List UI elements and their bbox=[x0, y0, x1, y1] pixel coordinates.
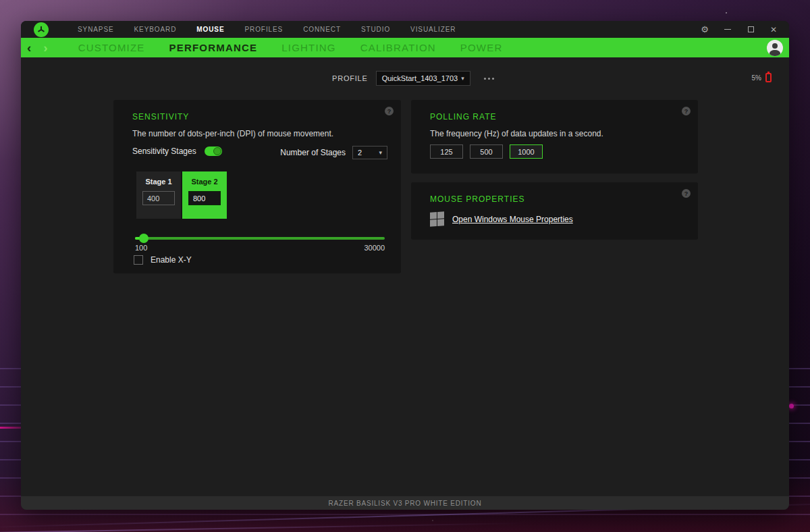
slider-max-label: 30000 bbox=[364, 244, 385, 252]
avatar-head bbox=[772, 43, 778, 49]
profile-label: PROFILE bbox=[332, 74, 368, 82]
stage-1-label: Stage 1 bbox=[145, 178, 171, 186]
wallpaper-star bbox=[726, 12, 727, 14]
profile-more-icon[interactable] bbox=[481, 75, 497, 82]
profile-dropdown[interactable]: QuickStart_1403_1703 ▾ bbox=[376, 71, 470, 86]
number-of-stages-value: 2 bbox=[358, 149, 376, 157]
help-icon[interactable]: ? bbox=[682, 189, 691, 198]
profile-bar: PROFILE QuickStart_1403_1703 ▾ 5% bbox=[21, 71, 789, 87]
tab-visualizer[interactable]: VISUALIZER bbox=[400, 21, 466, 38]
stage-1-card[interactable]: Stage 1 400 bbox=[136, 171, 181, 219]
help-icon[interactable]: ? bbox=[385, 107, 394, 115]
slider-min-label: 100 bbox=[135, 244, 147, 252]
app-tab-bar: SYNAPSE KEYBOARD MOUSE PROFILES CONNECT … bbox=[68, 21, 466, 38]
settings-gear-icon[interactable]: ⚙ bbox=[693, 21, 716, 38]
enable-xy-label: Enable X-Y bbox=[151, 255, 192, 265]
nav-back-icon[interactable]: ‹ bbox=[21, 38, 37, 57]
enable-xy-row: Enable X-Y bbox=[134, 255, 192, 265]
device-name: RAZER BASILISK V3 PRO WHITE EDITION bbox=[329, 500, 482, 507]
close-icon[interactable]: ✕ bbox=[762, 21, 785, 38]
sensitivity-title: SENSITIVITY bbox=[132, 112, 189, 122]
minimize-icon[interactable] bbox=[716, 21, 739, 38]
profile-dropdown-value: QuickStart_1403_1703 bbox=[382, 74, 458, 82]
toggle-knob bbox=[213, 147, 221, 155]
mouse-properties-title: MOUSE PROPERTIES bbox=[430, 194, 524, 204]
wallpaper-star bbox=[432, 520, 433, 521]
tab-studio[interactable]: STUDIO bbox=[351, 21, 400, 38]
stage-2-dpi-input[interactable]: 800 bbox=[188, 191, 221, 205]
mouse-properties-row: Open Windows Mouse Properties bbox=[430, 212, 573, 226]
subnav-items: CUSTOMIZE PERFORMANCE LIGHTING CALIBRATI… bbox=[66, 38, 515, 57]
window-controls: ⚙ ✕ bbox=[693, 21, 785, 38]
enable-xy-checkbox[interactable] bbox=[134, 255, 143, 265]
sub-nav-bar: ‹ › CUSTOMIZE PERFORMANCE LIGHTING CALIB… bbox=[21, 38, 789, 57]
stage-2-card[interactable]: Stage 2 800 bbox=[182, 171, 227, 219]
polling-rate-panel: ? POLLING RATE The frequency (Hz) of dat… bbox=[411, 100, 698, 174]
number-of-stages-row: Number of Stages 2 ▾ bbox=[280, 146, 387, 159]
device-bar: RAZER BASILISK V3 PRO WHITE EDITION bbox=[21, 496, 789, 510]
windows-logo-icon bbox=[430, 211, 444, 226]
subnav-power[interactable]: POWER bbox=[448, 38, 515, 57]
user-avatar[interactable] bbox=[767, 40, 783, 56]
polling-1000-button[interactable]: 1000 bbox=[510, 144, 543, 159]
title-bar: SYNAPSE KEYBOARD MOUSE PROFILES CONNECT … bbox=[21, 21, 789, 38]
main-content: PROFILE QuickStart_1403_1703 ▾ 5% ? SENS… bbox=[21, 57, 789, 496]
tab-profiles[interactable]: PROFILES bbox=[235, 21, 294, 38]
sensitivity-stages-toggle[interactable] bbox=[205, 147, 222, 156]
razer-logo-icon[interactable] bbox=[34, 22, 49, 37]
polling-rate-title: POLLING RATE bbox=[430, 112, 496, 122]
synapse-window: SYNAPSE KEYBOARD MOUSE PROFILES CONNECT … bbox=[21, 21, 789, 510]
avatar-body bbox=[770, 50, 780, 56]
profile-group: PROFILE QuickStart_1403_1703 ▾ bbox=[332, 71, 497, 86]
battery-low-icon bbox=[765, 73, 772, 82]
subnav-lighting[interactable]: LIGHTING bbox=[269, 38, 348, 57]
dpi-slider[interactable] bbox=[135, 234, 385, 243]
battery-indicator: 5% bbox=[752, 73, 772, 82]
tab-keyboard[interactable]: KEYBOARD bbox=[124, 21, 187, 38]
maximize-icon[interactable] bbox=[739, 21, 762, 38]
polling-125-button[interactable]: 125 bbox=[430, 144, 463, 159]
tab-synapse[interactable]: SYNAPSE bbox=[68, 21, 124, 38]
slider-knob[interactable] bbox=[139, 234, 148, 243]
polling-500-button[interactable]: 500 bbox=[470, 144, 503, 159]
sensitivity-description: The number of dots-per-inch (DPI) of mou… bbox=[132, 129, 333, 138]
slider-track[interactable] bbox=[135, 237, 385, 240]
chevron-down-icon: ▾ bbox=[461, 75, 464, 82]
number-of-stages-dropdown[interactable]: 2 ▾ bbox=[352, 146, 387, 159]
open-mouse-properties-link[interactable]: Open Windows Mouse Properties bbox=[452, 215, 573, 224]
subnav-customize[interactable]: CUSTOMIZE bbox=[66, 38, 157, 57]
sensitivity-stages-row: Sensitivity Stages bbox=[132, 147, 222, 156]
subnav-performance[interactable]: PERFORMANCE bbox=[157, 38, 270, 57]
polling-rate-options: 125 500 1000 bbox=[430, 144, 543, 159]
number-of-stages-label: Number of Stages bbox=[280, 148, 346, 157]
polling-rate-description: The frequency (Hz) of data updates in a … bbox=[430, 129, 603, 138]
sensitivity-stages-label: Sensitivity Stages bbox=[132, 147, 196, 156]
wallpaper-dot bbox=[789, 404, 794, 408]
sensitivity-panel: ? SENSITIVITY The number of dots-per-inc… bbox=[113, 100, 401, 273]
stage-1-dpi-input[interactable]: 400 bbox=[142, 191, 175, 205]
tab-connect[interactable]: CONNECT bbox=[293, 21, 351, 38]
chevron-down-icon: ▾ bbox=[379, 149, 382, 156]
battery-percent: 5% bbox=[752, 74, 761, 82]
subnav-calibration[interactable]: CALIBRATION bbox=[348, 38, 448, 57]
mouse-properties-panel: ? MOUSE PROPERTIES Open Windows Mouse Pr… bbox=[411, 182, 698, 240]
nav-forward-icon[interactable]: › bbox=[37, 38, 53, 57]
stage-2-label: Stage 2 bbox=[191, 178, 217, 186]
tab-mouse[interactable]: MOUSE bbox=[186, 21, 234, 38]
help-icon[interactable]: ? bbox=[682, 107, 691, 115]
